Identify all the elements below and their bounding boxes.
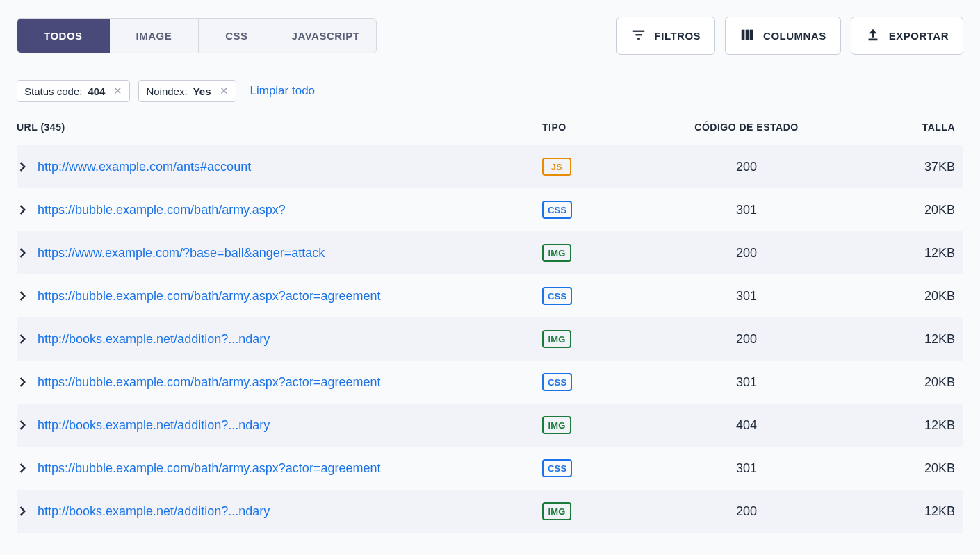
column-header-url[interactable]: URL (345)	[17, 122, 531, 133]
url-link[interactable]: https://bubble.example.com/bath/army.asp…	[38, 289, 380, 304]
tipo-cell: CSS	[531, 459, 656, 477]
file-size: 20KB	[837, 461, 963, 476]
url-cell: https://bubble.example.com/bath/army.asp…	[17, 375, 531, 390]
chevron-right-icon[interactable]	[19, 162, 26, 172]
url-link[interactable]: http://books.example.net/addition?...nda…	[38, 504, 270, 519]
type-badge: IMG	[542, 502, 571, 520]
chevron-right-icon[interactable]	[19, 334, 26, 344]
filter-chip[interactable]: Noindex: Yes✕	[138, 80, 236, 102]
filters-button[interactable]: FILTROS	[616, 17, 716, 55]
filter-chip[interactable]: Status code: 404✕	[17, 80, 130, 102]
svg-rect-2	[637, 38, 640, 40]
table-row: http://books.example.net/addition?...nda…	[17, 490, 963, 533]
url-cell: http://books.example.net/addition?...nda…	[17, 332, 531, 347]
chevron-right-icon[interactable]	[19, 377, 26, 387]
tipo-cell: IMG	[531, 502, 656, 520]
svg-rect-4	[746, 30, 749, 40]
table-row: https://bubble.example.com/bath/army.asp…	[17, 361, 963, 404]
status-code: 200	[656, 504, 837, 519]
chevron-right-icon[interactable]	[19, 463, 26, 473]
status-code: 301	[656, 375, 837, 390]
top-bar: TODOSIMAGECSSJAVASCRIPT FILTROS COLUMNAS…	[17, 17, 963, 55]
tab-image[interactable]: IMAGE	[110, 19, 199, 53]
type-badge: IMG	[542, 330, 571, 348]
table-row: https://bubble.example.com/bath/army.asp…	[17, 188, 963, 231]
status-code: 301	[656, 461, 837, 476]
type-badge: CSS	[542, 459, 572, 477]
url-cell: https://bubble.example.com/bath/army.asp…	[17, 461, 531, 476]
export-button[interactable]: EXPORTAR	[851, 17, 963, 55]
svg-rect-6	[868, 39, 877, 41]
clear-all-filters[interactable]: Limpiar todo	[250, 84, 316, 98]
svg-rect-3	[742, 30, 745, 40]
content-tabs: TODOSIMAGECSSJAVASCRIPT	[17, 18, 377, 53]
file-size: 20KB	[837, 203, 963, 217]
svg-rect-5	[750, 30, 753, 40]
status-code: 301	[656, 289, 837, 304]
file-size: 12KB	[837, 246, 963, 260]
url-cell: http://books.example.net/addition?...nda…	[17, 504, 531, 519]
tipo-cell: IMG	[531, 330, 656, 348]
url-cell: https://bubble.example.com/bath/army.asp…	[17, 289, 531, 304]
status-code: 200	[656, 246, 837, 260]
file-size: 20KB	[837, 375, 963, 390]
close-icon[interactable]: ✕	[220, 85, 229, 97]
table-row: https://www.example.com/?base=ball&anger…	[17, 231, 963, 274]
active-filters-row: Status code: 404✕Noindex: Yes✕Limpiar to…	[17, 80, 963, 102]
file-size: 20KB	[837, 289, 963, 304]
type-badge: CSS	[542, 287, 572, 305]
filter-chip-value: 404	[88, 85, 105, 97]
table-row: http://books.example.net/addition?...nda…	[17, 404, 963, 447]
table-row: https://bubble.example.com/bath/army.asp…	[17, 447, 963, 490]
filter-chip-label: Noindex:	[146, 85, 187, 97]
file-size: 37KB	[837, 160, 963, 174]
status-code: 404	[656, 418, 837, 433]
export-button-label: EXPORTAR	[889, 30, 949, 42]
status-code: 301	[656, 203, 837, 217]
filter-icon	[631, 27, 646, 44]
url-cell: http://books.example.net/addition?...nda…	[17, 418, 531, 433]
url-link[interactable]: https://www.example.com/?base=ball&anger…	[38, 246, 325, 260]
url-link[interactable]: https://bubble.example.com/bath/army.asp…	[38, 375, 380, 390]
chevron-right-icon[interactable]	[19, 291, 26, 301]
url-link[interactable]: http://books.example.net/addition?...nda…	[38, 418, 270, 433]
table-row: https://bubble.example.com/bath/army.asp…	[17, 274, 963, 317]
svg-rect-1	[635, 34, 642, 35]
table-row: http://books.example.net/addition?...nda…	[17, 317, 963, 361]
chevron-right-icon[interactable]	[19, 506, 26, 516]
url-cell: https://bubble.example.com/bath/army.asp…	[17, 203, 531, 217]
type-badge: IMG	[542, 244, 571, 262]
chevron-right-icon[interactable]	[19, 248, 26, 258]
chevron-right-icon[interactable]	[19, 205, 26, 215]
tipo-cell: CSS	[531, 201, 656, 219]
url-cell: http://www.example.com/ants#account	[17, 160, 531, 174]
tab-css[interactable]: CSS	[199, 19, 275, 53]
tipo-cell: CSS	[531, 373, 656, 391]
url-link[interactable]: http://books.example.net/addition?...nda…	[38, 332, 270, 347]
column-header-tipo[interactable]: TIPO	[531, 122, 656, 133]
url-link[interactable]: https://bubble.example.com/bath/army.asp…	[38, 461, 380, 476]
column-header-talla[interactable]: TALLA	[837, 122, 963, 133]
export-icon	[865, 27, 881, 44]
url-link[interactable]: http://www.example.com/ants#account	[38, 160, 251, 174]
columns-button-label: COLUMNAS	[763, 30, 826, 42]
tab-javascript[interactable]: JAVASCRIPT	[275, 19, 377, 53]
tab-label: IMAGE	[136, 30, 172, 42]
type-badge: JS	[542, 158, 571, 176]
svg-rect-0	[632, 31, 644, 32]
chevron-right-icon[interactable]	[19, 420, 26, 430]
file-size: 12KB	[837, 504, 963, 519]
status-code: 200	[656, 332, 837, 347]
file-size: 12KB	[837, 418, 963, 433]
tipo-cell: JS	[531, 158, 656, 176]
tab-todos[interactable]: TODOS	[17, 19, 110, 53]
table-body: http://www.example.com/ants#accountJS200…	[17, 145, 963, 533]
filter-chip-value: Yes	[193, 85, 211, 97]
close-icon[interactable]: ✕	[113, 85, 122, 97]
column-header-codigo[interactable]: CÓDIGO DE ESTADO	[656, 122, 837, 133]
tipo-cell: IMG	[531, 244, 656, 262]
filters-button-label: FILTROS	[655, 30, 701, 42]
table-row: http://www.example.com/ants#accountJS200…	[17, 145, 963, 188]
columns-button[interactable]: COLUMNAS	[725, 17, 841, 55]
url-link[interactable]: https://bubble.example.com/bath/army.asp…	[38, 203, 286, 217]
